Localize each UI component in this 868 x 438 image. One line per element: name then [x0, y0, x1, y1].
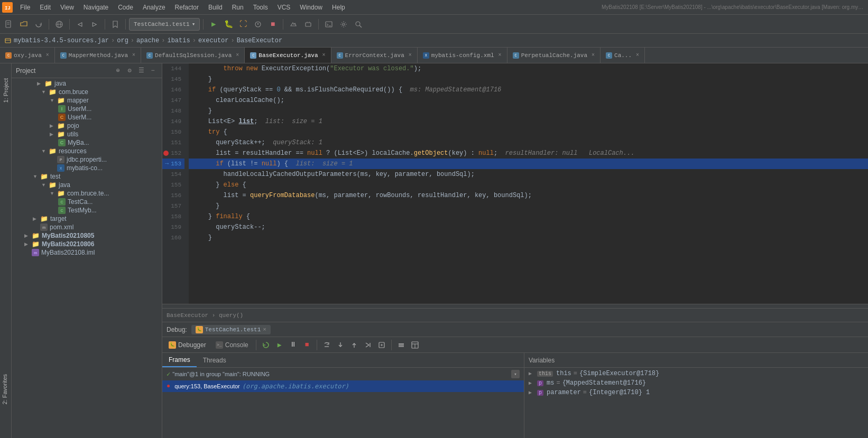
- tree-target[interactable]: ▶ 📁 target: [12, 215, 162, 223]
- debug-step-over-button[interactable]: [320, 339, 333, 351]
- profile-button[interactable]: [251, 17, 265, 31]
- tab-close-baseexecutor[interactable]: ×: [322, 52, 326, 58]
- debug-step-into-button[interactable]: [334, 339, 347, 351]
- expand-icon[interactable]: ▶: [529, 380, 535, 386]
- tree-testcache[interactable]: C TestCa...: [12, 198, 162, 206]
- run-button[interactable]: ▶: [207, 17, 220, 31]
- terminal-button[interactable]: [322, 17, 336, 31]
- var-ms[interactable]: ▶ p ms = {MappedStatement@1716}: [524, 378, 868, 388]
- tab-proxy-java[interactable]: C oxy.java ×: [0, 48, 55, 63]
- menu-build[interactable]: Build: [204, 3, 227, 12]
- tree-pojo[interactable]: ▶ 📁 pojo: [12, 122, 162, 130]
- tree-mybatis-class[interactable]: C MyBa...: [12, 138, 162, 147]
- debug-step-out-button[interactable]: [348, 339, 361, 351]
- debug-resume-button[interactable]: ▶: [273, 339, 286, 351]
- debug-session-tab[interactable]: 🐛 TestCache1.test1 ×: [191, 325, 271, 334]
- tree-mybatis-iml[interactable]: ▶ m MyBatis202108.iml: [12, 248, 162, 257]
- forward-button[interactable]: ▷: [88, 17, 101, 31]
- debug-tab-console[interactable]: >_ Console: [211, 339, 253, 351]
- code-content[interactable]: throw new ExecutorException("Executor wa…: [189, 63, 868, 304]
- stop-button[interactable]: ■: [266, 17, 280, 31]
- tree-test[interactable]: ▼ 📁 test: [12, 172, 162, 181]
- debug-rerun-button[interactable]: [260, 339, 272, 351]
- debug-evaluate-button[interactable]: [375, 339, 388, 351]
- menu-navigate[interactable]: Navigate: [79, 3, 113, 12]
- tab-close-mappermethod[interactable]: ×: [132, 52, 135, 58]
- tab-errorcontext[interactable]: C ErrorContext.java ×: [331, 48, 418, 63]
- menu-view[interactable]: View: [56, 3, 78, 12]
- menu-vcs[interactable]: VCS: [273, 3, 295, 12]
- tree-mybatis2021-05[interactable]: ▶ 📁 MyBatis20210805: [12, 231, 162, 240]
- menu-help[interactable]: Help: [328, 3, 349, 12]
- debug-pause-button[interactable]: ⏸: [287, 339, 300, 351]
- tree-jdbc-props[interactable]: ▶ P jdbc.properti...: [12, 155, 162, 164]
- debug-session-close-button[interactable]: ×: [263, 327, 266, 333]
- back-button[interactable]: ◁: [73, 17, 87, 31]
- debug-callframe-active[interactable]: ● query:153, BaseExecutor (org.apache.ib…: [162, 380, 524, 392]
- debug-frames-tab[interactable]: Frames: [162, 353, 197, 367]
- menu-file[interactable]: File: [16, 3, 34, 12]
- tab-close-defaultsqlsession[interactable]: ×: [236, 52, 239, 58]
- tree-usermapper-interface[interactable]: I UserM...: [12, 105, 162, 113]
- tab-defaultsqlsession[interactable]: C DefaultSqlSession.java ×: [141, 48, 245, 63]
- breadcrumb-jar[interactable]: mybatis-3.4.5-sources.jar: [14, 37, 109, 44]
- tab-close-errorcontext[interactable]: ×: [409, 52, 412, 58]
- debug-button[interactable]: 🐛: [221, 17, 235, 31]
- debug-tab-debugger[interactable]: 🐛 Debugger: [164, 339, 210, 351]
- debug-settings-button[interactable]: [395, 339, 408, 351]
- debug-layout-button[interactable]: [409, 339, 421, 351]
- horizontal-scrollbar[interactable]: [162, 304, 868, 308]
- collapse-icon[interactable]: −: [148, 66, 158, 76]
- tree-utils[interactable]: ▶ 📁 utils: [12, 130, 162, 138]
- menu-code[interactable]: Code: [114, 3, 137, 12]
- tab-perpetualcache[interactable]: C PerpetualCache.java ×: [507, 48, 601, 63]
- gear-icon[interactable]: ⚙: [125, 66, 134, 76]
- tree-testmybatis[interactable]: C TestMyb...: [12, 206, 162, 215]
- tree-resources[interactable]: ▼ 📁 resources: [12, 147, 162, 155]
- tree-mybatis-config[interactable]: ▶ X mybatis-co...: [12, 164, 162, 172]
- menu-tools[interactable]: Tools: [249, 3, 272, 12]
- tab-close-perpetualcache[interactable]: ×: [592, 52, 595, 58]
- var-parameter[interactable]: ▶ p parameter = {Integer@1710} 1: [524, 388, 868, 397]
- thread-dropdown-button[interactable]: ▾: [511, 370, 520, 378]
- debug-run-cursor-button[interactable]: [362, 339, 374, 351]
- menu-refactor[interactable]: Refactor: [171, 3, 203, 12]
- breadcrumb-executor[interactable]: executor: [198, 37, 229, 44]
- var-this[interactable]: ▶ this this = {SimpleExecutor@1718}: [524, 369, 868, 378]
- open-button[interactable]: [17, 17, 31, 31]
- menu-run[interactable]: Run: [228, 3, 248, 12]
- tree-usermapper-class[interactable]: C UserM...: [12, 113, 162, 122]
- tree-pom[interactable]: ▶ m pom.xml: [12, 223, 162, 231]
- tree-java[interactable]: ▶ 📁 java: [12, 79, 162, 88]
- breadcrumb-org[interactable]: org: [117, 37, 128, 44]
- menu-edit[interactable]: Edit: [35, 3, 55, 12]
- breakpoint-152[interactable]: [163, 151, 169, 156]
- expand-icon[interactable]: ▶: [529, 389, 535, 396]
- project-label[interactable]: 1: Project: [1, 74, 11, 107]
- breadcrumb-baseexecutor[interactable]: BaseExecutor: [237, 37, 282, 44]
- debug-thread-frame[interactable]: ✓ "main"@1 in group "main": RUNNING ▾: [162, 368, 524, 380]
- expand-icon[interactable]: ▶: [529, 370, 535, 377]
- breadcrumb-ibatis[interactable]: ibatis: [167, 37, 190, 44]
- tree-mapper[interactable]: ▼ 📁 mapper: [12, 96, 162, 105]
- tab-mybatis-config[interactable]: X mybatis-config.xml ×: [418, 48, 507, 63]
- favorites-label[interactable]: 2: Favorites: [0, 370, 10, 408]
- build2-button[interactable]: [301, 17, 315, 31]
- tab-ca[interactable]: C Ca... ×: [601, 48, 645, 63]
- debug-stop-button[interactable]: ■: [301, 339, 313, 351]
- bookmark-button[interactable]: [108, 17, 122, 31]
- menu-analyze[interactable]: Analyze: [138, 3, 170, 12]
- tab-baseexecutor[interactable]: C BaseExecutor.java ×: [245, 48, 331, 63]
- tab-mappermethod[interactable]: C MapperMethod.java ×: [55, 48, 141, 63]
- run-config-dropdown[interactable]: TestCache1.test1 ▾: [129, 18, 200, 31]
- new-file-button[interactable]: [2, 17, 16, 31]
- browser-button[interactable]: [52, 17, 66, 31]
- sync-button[interactable]: [32, 17, 45, 31]
- tab-close-proxy[interactable]: ×: [46, 52, 49, 58]
- tree-test-java[interactable]: ▼ 📁 java: [12, 181, 162, 189]
- scope-icon[interactable]: ⊕: [113, 66, 123, 76]
- tree-com-bruce-test[interactable]: ▼ 📁 com.bruce.te...: [12, 189, 162, 198]
- build-button[interactable]: [287, 17, 300, 31]
- breadcrumb-apache[interactable]: apache: [136, 37, 159, 44]
- coverage-button[interactable]: ⛶: [236, 17, 250, 31]
